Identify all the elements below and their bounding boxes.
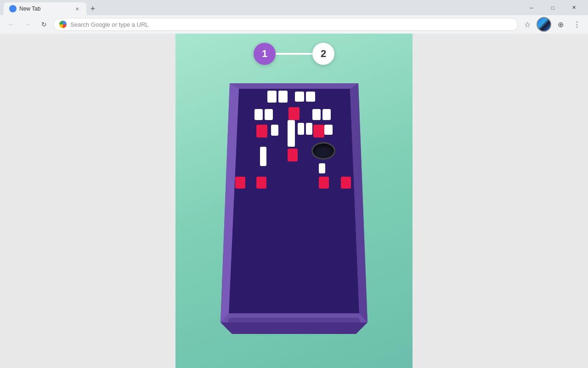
block-w13 [260,147,266,166]
step-line [276,53,312,55]
block-w12 [324,125,333,135]
ball-hole [311,142,335,160]
tab-strip: New Tab ✕ + [4,0,521,15]
step-2-label: 2 [321,48,326,60]
block-r5 [235,177,245,189]
forward-button[interactable]: → [20,17,35,32]
bookmark-button[interactable]: ☆ [520,17,535,32]
block-w8 [322,109,331,120]
minimize-button[interactable]: ─ [521,0,542,15]
omnibox[interactable]: Search Google or type a URL [53,18,518,31]
block-w1 [267,91,277,103]
tab-title: New Tab [19,6,71,12]
active-tab[interactable]: New Tab ✕ [4,2,86,15]
block-w6 [265,109,273,120]
extensions-button[interactable]: ⊕ [553,17,568,32]
profile-button[interactable] [537,17,551,32]
new-tab-button[interactable]: + [86,2,99,15]
game-area: 1 2 [175,34,413,368]
step-indicator: 1 2 [254,43,334,65]
reload-button[interactable]: ↻ [37,17,51,32]
block-w4 [306,92,315,102]
block-w11 [306,123,312,135]
maximize-button[interactable]: □ [542,0,563,15]
block-w2 [278,91,288,103]
block-w7 [312,109,321,120]
block-w14 [319,163,325,173]
step-1-circle: 1 [254,43,276,65]
block-w5 [254,109,263,120]
block-w9 [271,125,278,136]
block-r8 [341,177,351,189]
game-tray[interactable] [216,79,372,336]
omnibox-text: Search Google or type a URL [70,21,149,28]
block-w3 [295,92,304,102]
google-icon [59,21,67,28]
page-content: 1 2 [0,34,588,368]
block-r7 [319,177,329,189]
window-controls: ─ □ ✕ [521,0,584,15]
block-center-tall [288,120,295,147]
block-r4 [288,149,298,161]
block-r6 [256,177,266,189]
tab-favicon [9,5,17,12]
titlebar: New Tab ✕ + ─ □ ✕ [0,0,588,15]
back-button[interactable]: ← [4,17,18,32]
block-r3 [313,125,324,138]
toolbar-right: ☆ ⊕ ⋮ [520,17,584,32]
address-bar: ← → ↻ Search Google or type a URL ☆ ⊕ ⋮ [0,15,588,34]
close-button[interactable]: ✕ [563,0,584,15]
step-2-circle: 2 [312,43,334,65]
blocks-area [229,87,359,299]
tab-close-button[interactable]: ✕ [74,5,81,12]
step-1-label: 1 [262,48,267,60]
block-w10 [298,123,304,135]
block-r2 [256,125,267,138]
svg-point-0 [239,334,349,336]
block-r1 [288,107,300,120]
menu-button[interactable]: ⋮ [570,17,584,32]
